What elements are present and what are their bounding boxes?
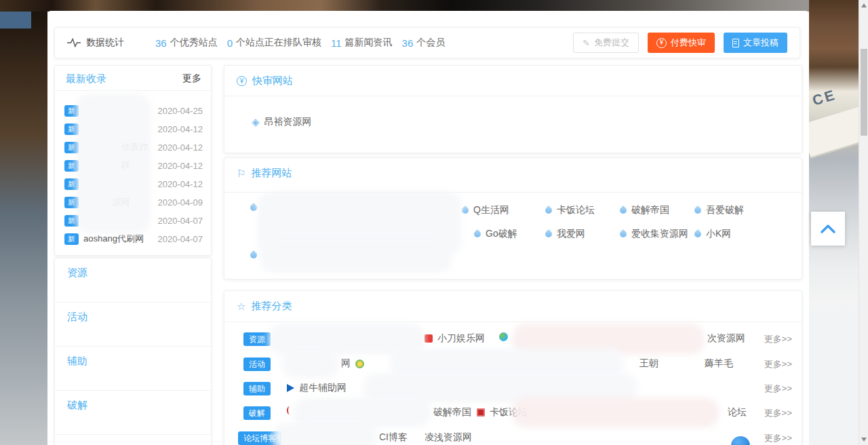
censored-area [517,328,699,350]
divider [224,96,802,96]
latest-entries-more-link[interactable]: 更多 [182,73,201,85]
site-link[interactable]: 王朝 [639,357,658,370]
stats-buttons: ✎ 免费提交 ¥ 付费快审 文章投稿 [573,33,787,53]
recommended-sites-panel: ⚐ 推荐网站 Q生活网 卡饭论坛 破解帝国 吾爱破解 Go破解 我爱网 爱收集资… [224,157,802,279]
latest-entries-card: 最新收录 更多 新2020-04-25 新2020-04-12 新信轰炸2020… [54,65,212,256]
more-link[interactable]: 更多>> [764,407,792,419]
category-link[interactable]: 辅助 [67,355,87,368]
scrollbar-down-arrow-icon[interactable] [861,438,867,442]
new-badge: 新 [64,160,79,172]
gem-icon: ◈ [252,116,260,128]
more-link[interactable]: 更多>> [764,358,792,370]
new-badge: 新 [64,178,79,190]
article-submit-button[interactable]: 文章投稿 [724,33,787,53]
paid-fast-review-button[interactable]: ¥ 付费快审 [648,33,715,53]
more-link[interactable]: 更多>> [764,432,792,444]
site-link[interactable]: 破解帝国 [620,204,669,216]
fast-review-site-link[interactable]: ◈ 昂裕资源网 [252,116,312,128]
site-link[interactable]: CI博客 [379,431,408,444]
site-link-censored[interactable] [250,204,257,211]
censored-area [368,378,633,398]
category-badge[interactable]: 辅助 [243,382,271,395]
new-badge: 新 [64,197,79,208]
scrollbar-thumb[interactable] [861,49,867,136]
browser-scrollbar[interactable] [859,0,868,445]
category-badge[interactable]: 资源 [243,332,271,346]
scrollbar-up-arrow-icon[interactable] [861,3,867,7]
site-link-censored[interactable] [250,252,257,258]
content-container: 数据统计 36个优秀站点 0个站点正在排队审核 11篇新闻资讯 36个会员 ✎ … [47,11,809,445]
stats-bar: 数据统计 36个优秀站点 0个站点正在排队审核 11篇新闻资讯 36个会员 ✎ … [54,27,800,58]
category-badge[interactable]: 活动 [243,357,271,371]
pulse-icon [67,37,81,48]
flame-icon [618,206,628,215]
site-link[interactable]: 小刀娱乐网 [425,332,485,345]
site-link[interactable]: 超牛辅助网 [287,382,347,394]
latest-row[interactable]: 新aoshang代刷网2020-04-07 [64,231,203,247]
flame-icon [473,229,482,239]
category-link[interactable]: 资源 [67,267,87,279]
site-favicon [499,332,508,341]
category-link[interactable]: 活动 [67,311,87,324]
site-link[interactable]: 破解帝国 [433,406,471,419]
divider [224,322,802,322]
flame-icon [693,229,703,239]
site-link[interactable]: 网 [341,357,364,370]
site-link[interactable]: Go破解 [474,228,517,240]
site-link[interactable]: 卡饭论坛 [545,204,595,216]
site-link[interactable]: 小K网 [694,228,731,240]
category-badge[interactable]: 破解 [243,406,271,420]
site-link[interactable]: 凌浅资源网 [425,431,472,444]
site-link-censored[interactable] [499,332,508,341]
more-link[interactable]: 更多>> [764,383,792,395]
new-badge: 新 [64,142,79,153]
flame-icon [249,203,258,212]
censored-area [273,328,420,350]
site-link[interactable]: Q生活网 [462,204,509,216]
stat-queued-sites: 0个站点正在排队审核 [227,37,321,49]
document-icon [732,39,739,47]
category-section-assist: 辅助 [55,347,211,391]
site-link[interactable]: 吾爱破解 [694,204,744,216]
stats-items: 36个优秀站点 0个站点正在排队审核 11篇新闻资讯 36个会员 [155,37,445,49]
site-link[interactable]: 爱收集资源网 [620,228,688,240]
site-link[interactable]: 论坛 [728,406,747,419]
site-link[interactable]: 我爱网 [545,228,585,240]
yen-icon: ¥ [656,38,667,48]
category-section-crack: 破解 [55,391,211,435]
censored-area [298,402,427,423]
censored-area [287,353,334,374]
page: CE 数据统计 36个优秀站点 0个站点正在排队审核 11篇新闻资讯 36个会员 [0,0,868,445]
new-badge: 新 [64,215,79,227]
site-link[interactable]: 薅羊毛 [705,357,733,370]
censored-area [395,353,619,374]
category-badge[interactable]: 论坛博客 [238,431,281,445]
back-to-top-button[interactable] [811,212,845,246]
site-favicon [287,406,292,414]
flame-icon [460,206,470,215]
star-icon: ☆ [237,301,245,313]
recommended-categories-title: 推荐分类 [251,300,292,313]
site-link[interactable]: 次资源网 [707,332,745,345]
censored-area [517,402,714,423]
latest-entries-header: 最新收录 更多 [55,66,211,91]
site-favicon [425,334,433,343]
new-badge: 新 [64,105,79,117]
category-section-resources: 资源 [55,258,211,303]
flame-icon [249,250,258,260]
recommended-sites-title: 推荐网站 [251,167,292,180]
category-link[interactable]: 破解 [67,399,87,412]
site-favicon [287,384,294,392]
censored-area [265,248,447,268]
flame-icon [618,229,628,239]
categories-card: 资源 活动 辅助 破解 [54,258,212,445]
flame-icon [544,229,553,239]
censored-area [262,196,456,250]
censored-area [277,427,372,445]
free-submit-button[interactable]: ✎ 免费提交 [573,33,639,53]
fast-review-header: ¥ 快审网站 [237,75,293,88]
more-link[interactable]: 更多>> [764,333,792,345]
site-link-censored[interactable] [287,406,292,414]
flame-icon [544,206,553,215]
stat-excellent-sites: 36个优秀站点 [155,37,218,49]
